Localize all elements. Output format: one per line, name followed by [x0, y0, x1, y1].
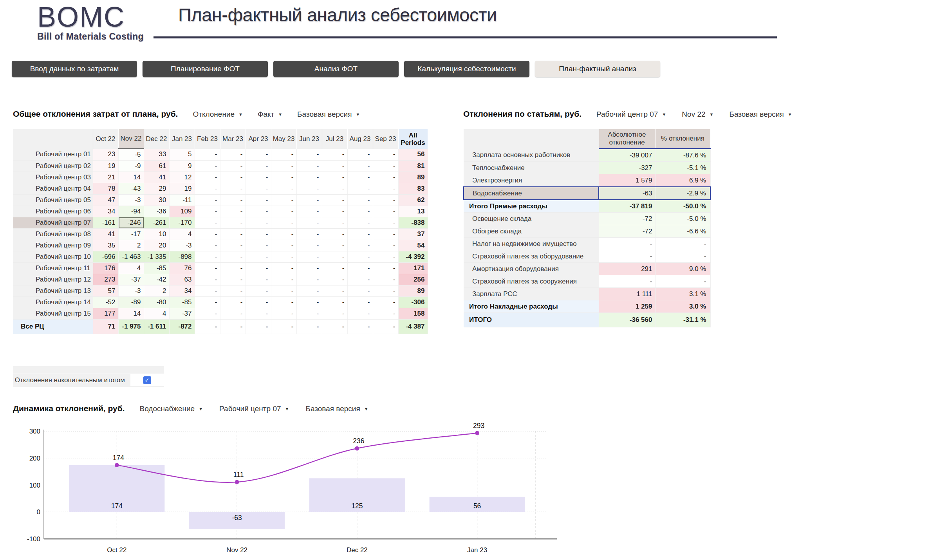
- row-label[interactable]: Рабочий центр 08: [13, 229, 93, 240]
- value-cell[interactable]: -: [296, 285, 322, 297]
- value-cell[interactable]: -: [322, 263, 347, 274]
- value-cell[interactable]: -: [373, 274, 398, 285]
- percent-deviation-cell[interactable]: -5.1 %: [655, 162, 710, 174]
- row-label[interactable]: Рабочий центр 13: [13, 285, 93, 297]
- percent-deviation-cell[interactable]: -5.0 %: [655, 213, 710, 225]
- row-label[interactable]: Все РЦ: [13, 320, 93, 334]
- all-periods-cell[interactable]: 89: [398, 285, 428, 297]
- column-header-1[interactable]: % отклонения: [655, 129, 710, 149]
- value-cell[interactable]: -: [296, 251, 322, 263]
- percent-deviation-cell[interactable]: 6.9 %: [655, 174, 710, 187]
- value-cell[interactable]: -872: [169, 320, 195, 334]
- row-label[interactable]: Рабочий центр 04: [13, 183, 93, 195]
- value-cell[interactable]: 29: [144, 183, 169, 195]
- all-periods-cell[interactable]: 37: [398, 229, 428, 240]
- value-cell[interactable]: 33: [144, 149, 169, 161]
- absolute-deviation-cell[interactable]: -37 819: [599, 200, 655, 213]
- value-cell[interactable]: -85: [144, 263, 169, 274]
- chart-filter-2[interactable]: Базовая версия▼: [305, 405, 368, 413]
- value-cell[interactable]: -: [347, 308, 373, 320]
- value-cell[interactable]: -: [220, 217, 246, 229]
- value-cell[interactable]: -: [373, 297, 398, 308]
- article-label[interactable]: Теплоснабжение: [464, 162, 599, 174]
- value-cell[interactable]: 19: [93, 161, 118, 172]
- column-header-Mar-23[interactable]: Mar 23: [220, 129, 246, 149]
- row-label[interactable]: Рабочий центр 14: [13, 297, 93, 308]
- value-cell[interactable]: 273: [93, 274, 118, 285]
- percent-deviation-cell[interactable]: -50.0 %: [655, 200, 710, 213]
- article-label[interactable]: ИТОГО: [464, 313, 599, 327]
- value-cell[interactable]: -17: [118, 229, 144, 240]
- value-cell[interactable]: -43: [118, 183, 144, 195]
- value-cell[interactable]: -5: [118, 149, 144, 161]
- article-label[interactable]: Водоснабжение: [464, 187, 599, 200]
- value-cell[interactable]: -37: [169, 308, 195, 320]
- right-filter-0[interactable]: Рабочий центр 07▼: [596, 110, 666, 119]
- all-periods-cell[interactable]: 13: [398, 206, 428, 217]
- value-cell[interactable]: -: [195, 263, 220, 274]
- value-cell[interactable]: -: [296, 274, 322, 285]
- value-cell[interactable]: 41: [144, 172, 169, 183]
- value-cell[interactable]: -36: [144, 206, 169, 217]
- value-cell[interactable]: -: [195, 161, 220, 172]
- value-cell[interactable]: -: [220, 297, 246, 308]
- value-cell[interactable]: -: [347, 195, 373, 206]
- nav-tab-2[interactable]: Анализ ФОТ: [273, 61, 399, 77]
- cumulative-checkbox[interactable]: ✓: [143, 376, 151, 384]
- value-cell[interactable]: -: [246, 206, 271, 217]
- value-cell[interactable]: -: [373, 229, 398, 240]
- value-cell[interactable]: -: [195, 149, 220, 161]
- value-cell[interactable]: -52: [93, 297, 118, 308]
- value-cell[interactable]: -: [347, 161, 373, 172]
- value-cell[interactable]: 176: [93, 263, 118, 274]
- value-cell[interactable]: -: [220, 263, 246, 274]
- all-periods-cell[interactable]: 256: [398, 274, 428, 285]
- value-cell[interactable]: -898: [169, 251, 195, 263]
- article-label[interactable]: Страховой платеж за оборудование: [464, 250, 599, 263]
- value-cell[interactable]: -: [195, 274, 220, 285]
- value-cell[interactable]: -: [296, 217, 322, 229]
- column-header-Feb-23[interactable]: Feb 23: [195, 129, 220, 149]
- value-cell[interactable]: -: [347, 263, 373, 274]
- column-header-Nov-22[interactable]: Nov 22: [118, 129, 144, 149]
- value-cell[interactable]: -: [195, 285, 220, 297]
- row-label[interactable]: Рабочий центр 01: [13, 149, 93, 161]
- value-cell[interactable]: -: [246, 263, 271, 274]
- all-periods-cell[interactable]: 56: [398, 149, 428, 161]
- value-cell[interactable]: -11: [169, 195, 195, 206]
- value-cell[interactable]: 71: [93, 320, 118, 334]
- absolute-deviation-cell[interactable]: -39 007: [599, 149, 655, 162]
- value-cell[interactable]: -: [347, 274, 373, 285]
- absolute-deviation-cell[interactable]: -: [599, 250, 655, 263]
- column-header-Oct-22[interactable]: Oct 22: [93, 129, 118, 149]
- nav-tab-4[interactable]: План-фактный анализ: [535, 61, 660, 77]
- nav-tab-0[interactable]: Ввод данных по затратам: [12, 61, 137, 77]
- chart-filter-1[interactable]: Рабочий центр 07▼: [219, 405, 289, 413]
- value-cell[interactable]: -: [322, 229, 347, 240]
- absolute-deviation-cell[interactable]: -63: [599, 187, 655, 200]
- row-label[interactable]: Рабочий центр 05: [13, 195, 93, 206]
- value-cell[interactable]: 177: [93, 308, 118, 320]
- value-cell[interactable]: -: [373, 161, 398, 172]
- all-periods-cell[interactable]: 89: [398, 172, 428, 183]
- value-cell[interactable]: -: [322, 195, 347, 206]
- value-cell[interactable]: -: [322, 149, 347, 161]
- percent-deviation-cell[interactable]: -: [655, 250, 710, 263]
- value-cell[interactable]: -: [220, 251, 246, 263]
- value-cell[interactable]: -: [373, 206, 398, 217]
- value-cell[interactable]: -9: [118, 161, 144, 172]
- value-cell[interactable]: -: [322, 217, 347, 229]
- value-cell[interactable]: -: [271, 240, 296, 251]
- value-cell[interactable]: -: [195, 251, 220, 263]
- value-cell[interactable]: -: [347, 217, 373, 229]
- value-cell[interactable]: -: [322, 183, 347, 195]
- article-label[interactable]: Обогрев склада: [464, 225, 599, 238]
- value-cell[interactable]: -1 975: [118, 320, 144, 334]
- value-cell[interactable]: 30: [144, 195, 169, 206]
- value-cell[interactable]: -: [322, 274, 347, 285]
- row-label[interactable]: Рабочий центр 02: [13, 161, 93, 172]
- value-cell[interactable]: -: [271, 251, 296, 263]
- value-cell[interactable]: -: [220, 195, 246, 206]
- value-cell[interactable]: 4: [144, 308, 169, 320]
- value-cell[interactable]: -: [271, 183, 296, 195]
